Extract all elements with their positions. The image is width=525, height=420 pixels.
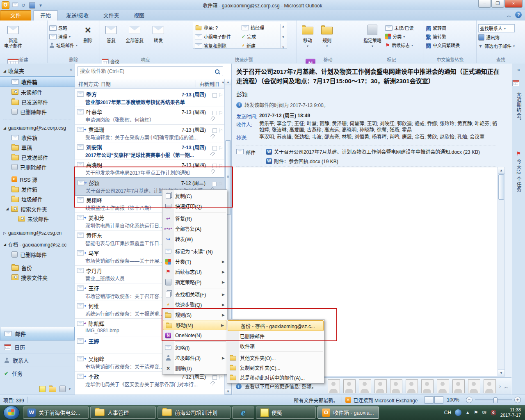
reply-all-button[interactable]: ↩ 全部答复	[122, 22, 147, 55]
submenu-inbox[interactable]: 收件箱	[227, 341, 324, 351]
menu-forward[interactable]: ↪转发(W)	[162, 234, 227, 244]
zoom-slider-thumb[interactable]	[493, 397, 498, 403]
filter-email-button[interactable]: ▼筛选电子邮件▾	[478, 42, 515, 50]
minimize-ribbon-icon[interactable]: ︿	[507, 11, 511, 18]
follow-up-flag-icon[interactable]: ⚐	[218, 92, 223, 98]
folder-sent[interactable]: 已发送邮件	[0, 152, 75, 162]
nav-calendar[interactable]: 日历	[0, 340, 75, 354]
reply-button[interactable]: ↩ 答复	[102, 22, 121, 55]
tab-folder[interactable]: 文件夹	[97, 11, 126, 21]
tab-send-receive[interactable]: 发送/接收	[59, 11, 96, 21]
taskbar-outlook[interactable]: O 收件箱 - gaoxia...	[317, 406, 379, 419]
people-pane-expand-icon[interactable]: ︿	[504, 383, 508, 389]
mail-list-item[interactable]: ↪黄泽珊7-13 (周四) 受马迪转发：关于在采购方案中明确专家组成的通... …	[75, 124, 225, 142]
ignore-button[interactable]: 忽略	[49, 24, 78, 32]
avatar[interactable]	[374, 379, 387, 393]
account2-header[interactable]: ▷gaoxiaoming@sz.csg.cn	[0, 227, 75, 237]
folder-deleted-favorite[interactable]: 已删除邮件	[0, 107, 75, 116]
collapse-folder-pane-icon[interactable]: «	[70, 67, 72, 72]
taskbar-folder-training[interactable]: 前海公司培训计划	[158, 406, 231, 419]
favorites-header[interactable]: ◢收藏夹	[0, 64, 75, 76]
shortcuts-icon[interactable]	[59, 386, 66, 392]
nav-options-caret[interactable]: ▾	[69, 387, 71, 391]
folder-drafts[interactable]: 草稿	[0, 142, 75, 152]
reading-pane-scrollbar[interactable]: ▲ ▼	[498, 167, 505, 377]
avatar[interactable]	[328, 379, 340, 393]
chinese-conversion-button[interactable]: 簡中文简繁转换	[426, 41, 460, 49]
avatar[interactable]	[390, 379, 402, 393]
zoom-slider[interactable]: − +	[466, 397, 521, 403]
menu-find-related[interactable]: 查找相关项(F)▶	[162, 289, 227, 299]
forward-button[interactable]: ↪ 转发	[149, 22, 168, 55]
expand-todo-bar-icon[interactable]: «	[512, 64, 525, 73]
move-button[interactable]: 移动▾	[299, 22, 317, 55]
avatar[interactable]	[468, 379, 480, 393]
simp-to-trad-button[interactable]: 繁简转繁	[426, 33, 460, 40]
volume-muted-icon[interactable]: 🔇	[491, 410, 497, 415]
mail-list-item[interactable]: 高晓明7-13 (周四) 关于印发龙华供电局2017年重点工作计划的通知 ⚐	[75, 160, 225, 178]
network-icon[interactable]: 🖳	[482, 410, 487, 415]
people-pane-more-icon[interactable]: ›	[499, 383, 501, 389]
nav-tasks[interactable]: ✔任务	[0, 367, 75, 380]
junk-button[interactable]: 垃圾邮件▾	[49, 41, 78, 49]
trad-to-simp-button[interactable]: 简繁转简	[426, 24, 460, 32]
language-indicator[interactable]: CH	[444, 410, 451, 415]
notes-module-icon[interactable]	[39, 386, 46, 392]
start-button[interactable]	[3, 406, 20, 420]
follow-up-flag-icon[interactable]: ⚐	[218, 145, 223, 151]
avatar[interactable]	[437, 379, 449, 393]
menu-quick-print[interactable]: 快速打印(Q)	[162, 201, 227, 211]
folder-list-icon[interactable]	[49, 387, 56, 392]
menu-onenote[interactable]: NOneNote(N)	[162, 330, 227, 340]
quickstep-done[interactable]: ✓完成	[242, 33, 279, 40]
address-book-button[interactable]: 通讯簿	[478, 34, 515, 41]
search-icon[interactable]	[215, 69, 219, 74]
delete-button[interactable]: × 删除	[79, 22, 97, 55]
menu-categorize[interactable]: 分类(T)▶	[162, 256, 227, 267]
menu-rules[interactable]: 规则(S)▶	[162, 310, 227, 320]
rules-button[interactable]: 规则▾	[318, 22, 336, 55]
quickstep-team-email[interactable]: 小组电子邮件	[195, 33, 241, 40]
todo-appointments[interactable]: 无近期约会。	[515, 91, 522, 145]
taskbar-folder-hr[interactable]: 人事管理	[90, 406, 156, 419]
restore-button[interactable]: ❐	[491, 0, 504, 8]
follow-up-flag-icon[interactable]: ⚐	[218, 128, 223, 134]
scroll-down-icon[interactable]: ▼	[225, 388, 231, 395]
submenu-copy-to-folder[interactable]: 复制到文件夹(C)...	[227, 363, 324, 372]
menu-move[interactable]: 移动(M)▶	[163, 320, 226, 330]
menu-quick-steps[interactable]: ⚡快速步骤(Q)▶	[162, 299, 227, 310]
avatar[interactable]	[421, 379, 434, 393]
folder-sent-favorite[interactable]: 已发送邮件	[0, 97, 75, 107]
folder-unread-mail[interactable]: 未读邮件	[0, 214, 75, 224]
follow-up-flag-icon[interactable]: ⚐	[218, 110, 223, 116]
quickstep-to-manager[interactable]: 给经理	[242, 24, 279, 31]
folder-backup[interactable]: 备份	[0, 262, 75, 272]
find-contact-box[interactable]: 查找联系人▾	[478, 24, 515, 32]
quickstep-create-new[interactable]: ⚡新建	[242, 42, 279, 49]
menu-copy[interactable]: 复制(C)	[162, 191, 227, 201]
archive-header[interactable]: ◢存档 - gaoxiaoming@sz.cc	[0, 237, 75, 249]
folder-archive-deleted[interactable]: 已删除邮件	[0, 249, 75, 259]
nav-contacts[interactable]: 联系人	[0, 354, 75, 367]
mail-list-item[interactable]: 叶慕华7-13 (周四) 申请调岗级（张影辉、何锦辉） ⚐	[75, 107, 225, 125]
menu-follow-up[interactable]: ⚑后续标志(U)▶	[162, 267, 227, 277]
quick-steps-scroll[interactable]: ▲▼⊽	[280, 24, 286, 49]
new-email-button[interactable]: 新建电子邮件	[2, 22, 25, 55]
search-input[interactable]	[78, 68, 215, 74]
search-box[interactable]	[77, 66, 223, 76]
reading-view-button[interactable]	[434, 396, 443, 404]
sort-by[interactable]: 排列方式: 日期	[75, 80, 196, 87]
zoom-out-button[interactable]: −	[466, 397, 472, 403]
submenu-other-folder[interactable]: 其他文件夹(O)...	[227, 353, 324, 363]
mail-list-item[interactable]: 刘安琪7-13 (周四) 2017年公司“安康杯”足球比赛赛事小报（第一期...…	[75, 142, 225, 160]
follow-up-flag-icon[interactable]: ⚐	[218, 163, 223, 169]
zoom-in-button[interactable]: +	[514, 397, 521, 403]
assign-policy-button[interactable]: 指定策略▾	[361, 22, 384, 55]
submenu-backup-archive[interactable]: 备份 - 存档 - gaoxiaoming@sz.c...	[228, 320, 324, 331]
minimize-button[interactable]: –	[478, 0, 491, 8]
todo-bar-collapsed[interactable]: « 无近期约会。 ⚑ 今天:2 个任务	[512, 64, 525, 395]
menu-reply-all[interactable]: ↩↩全部答复(A)	[162, 224, 227, 234]
menu-assign-policy[interactable]: 指定策略(P)▶	[162, 277, 227, 287]
folder-archive-search[interactable]: 搜索文件夹	[0, 272, 75, 282]
taskbar-word-document[interactable]: W 关于前海供电公...	[23, 406, 89, 419]
